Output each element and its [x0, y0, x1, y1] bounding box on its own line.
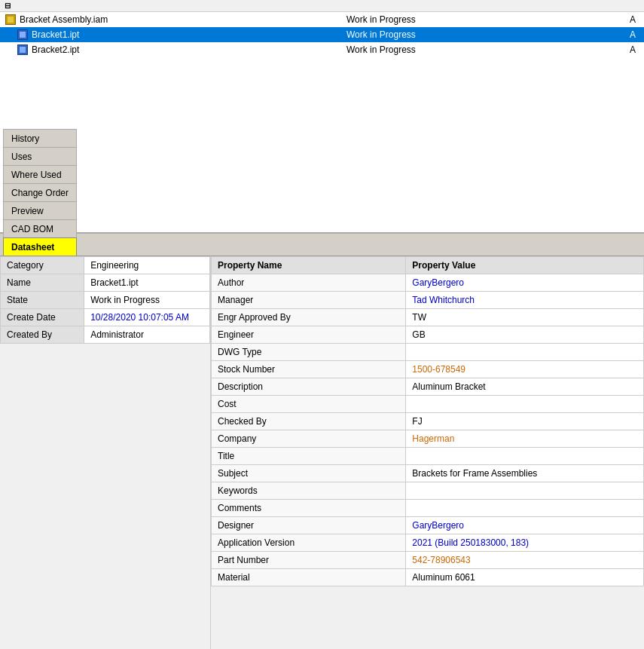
- properties-table: Category Engineering Name Bracket1.ipt S…: [0, 256, 210, 344]
- datasheet-prop-name: Designer: [212, 517, 406, 534]
- tree-row-status: Work in Progress: [346, 14, 621, 25]
- datasheet-prop-name: Part Number: [212, 552, 406, 569]
- tree-row-status: Work in Progress: [346, 29, 621, 40]
- tab-preview[interactable]: Preview: [3, 201, 77, 219]
- datasheet-row: Application Version 2021 (Build 25018300…: [212, 534, 644, 552]
- datasheet-prop-name: Engineer: [212, 326, 406, 344]
- prop-value: Bracket1.ipt: [84, 274, 210, 292]
- prop-key: Name: [1, 274, 84, 292]
- prop-key: Create Date: [1, 309, 84, 326]
- tree-row-status: Work in Progress: [346, 44, 621, 55]
- datasheet-header-row: Property NameProperty Value: [212, 257, 644, 274]
- datasheet-prop-name: Comments: [212, 500, 406, 517]
- datasheet-prop-value: [406, 482, 644, 500]
- datasheet-prop-value: Tad Whitchurch: [406, 292, 644, 309]
- datasheet-prop-name: Checked By: [212, 413, 406, 430]
- datasheet-prop-name: Application Version: [212, 534, 406, 552]
- file-tree-area: ⊟ Bracket Assembly.iam Work in Progress …: [0, 0, 644, 234]
- datasheet-prop-value: GaryBergero: [406, 274, 644, 292]
- datasheet-prop-name: Keywords: [212, 482, 406, 500]
- datasheet-prop-value: [406, 448, 644, 465]
- tree-row-rev: A: [621, 29, 644, 40]
- datasheet-row: Subject Brackets for Frame Assemblies: [212, 465, 644, 482]
- tree-rows: Bracket Assembly.iam Work in Progress A …: [0, 12, 644, 57]
- prop-key: Category: [1, 257, 84, 274]
- datasheet-row: Author GaryBergero: [212, 274, 644, 292]
- prop-key: Created By: [1, 326, 84, 344]
- tab-datasheet[interactable]: Datasheet: [3, 237, 77, 256]
- tab-cad-bom[interactable]: CAD BOM: [3, 219, 77, 237]
- datasheet-row: Checked By FJ: [212, 413, 644, 430]
- datasheet-prop-value: 2021 (Build 250183000, 183): [406, 534, 644, 552]
- datasheet-prop-value: GaryBergero: [406, 517, 644, 534]
- left-prop-row: Name Bracket1.ipt: [1, 274, 210, 292]
- datasheet-prop-name: DWG Type: [212, 344, 406, 361]
- datasheet-prop-value: TW: [406, 309, 644, 326]
- prop-key: State: [1, 292, 84, 309]
- datasheet-prop-value: 542-78906543: [406, 552, 644, 569]
- datasheet-row: DWG Type: [212, 344, 644, 361]
- datasheet-prop-value: [406, 344, 644, 361]
- tab-uses[interactable]: Uses: [3, 147, 77, 165]
- datasheet-prop-name: Author: [212, 274, 406, 292]
- bottom-panel: Category Engineering Name Bracket1.ipt S…: [0, 256, 644, 649]
- tree-row-name: Bracket2.ipt: [32, 44, 79, 55]
- datasheet-prop-value: [406, 500, 644, 517]
- tree-row-rev: A: [621, 14, 644, 25]
- tree-row-name: Bracket1.ipt: [32, 29, 79, 40]
- datasheet-prop-name: Cost: [212, 396, 406, 413]
- prop-value: Administrator: [84, 326, 210, 344]
- tab-change-order[interactable]: Change Order: [3, 183, 77, 201]
- datasheet-prop-value: Hagerman: [406, 430, 644, 448]
- tabs-container: HistoryUsesWhere UsedChange OrderPreview…: [3, 129, 78, 256]
- datasheet-row: Title: [212, 448, 644, 465]
- datasheet-row: Engineer GB: [212, 326, 644, 344]
- datasheet-prop-name: Company: [212, 430, 406, 448]
- datasheet-prop-value: 1500-678549: [406, 361, 644, 378]
- datasheet-col-header: Property Name: [212, 257, 406, 274]
- left-prop-row: Created By Administrator: [1, 326, 210, 344]
- tabs-bar: HistoryUsesWhere UsedChange OrderPreview…: [0, 234, 644, 256]
- datasheet-prop-value: Aluminum 6061: [406, 569, 644, 586]
- datasheet-col-header: Property Value: [406, 257, 644, 274]
- tree-row[interactable]: Bracket1.ipt Work in Progress A: [0, 27, 644, 42]
- left-prop-row: Create Date 10/28/2020 10:07:05 AM: [1, 309, 210, 326]
- left-prop-row: State Work in Progress: [1, 292, 210, 309]
- datasheet-prop-name: Description: [212, 378, 406, 396]
- prop-value: Work in Progress: [84, 292, 210, 309]
- datasheet-row: Company Hagerman: [212, 430, 644, 448]
- tab-history[interactable]: History: [3, 129, 77, 147]
- tree-row[interactable]: Bracket2.ipt Work in Progress A: [0, 42, 644, 57]
- datasheet-prop-name: Material: [212, 569, 406, 586]
- datasheet-prop-name: Title: [212, 448, 406, 465]
- prop-value: Engineering: [84, 257, 210, 274]
- prop-value: 10/28/2020 10:07:05 AM: [84, 309, 210, 326]
- datasheet-row: Description Aluminum Bracket: [212, 378, 644, 396]
- datasheet-prop-name: Stock Number: [212, 361, 406, 378]
- datasheet-row: Manager Tad Whitchurch: [212, 292, 644, 309]
- datasheet-prop-value: [406, 396, 644, 413]
- datasheet-prop-name: Manager: [212, 292, 406, 309]
- datasheet-row: Engr Approved By TW: [212, 309, 644, 326]
- datasheet-row: Stock Number 1500-678549: [212, 361, 644, 378]
- tab-where-used[interactable]: Where Used: [3, 165, 77, 183]
- assembly-icon: [5, 14, 17, 26]
- datasheet-prop-name: Engr Approved By: [212, 309, 406, 326]
- tree-row-name: Bracket Assembly.iam: [20, 14, 108, 25]
- datasheet-prop-value: Brackets for Frame Assemblies: [406, 465, 644, 482]
- datasheet-row: Comments: [212, 500, 644, 517]
- tree-row[interactable]: Bracket Assembly.iam Work in Progress A: [0, 12, 644, 27]
- collapse-icon[interactable]: ⊟: [5, 2, 11, 10]
- file-tree-header: ⊟: [0, 0, 644, 12]
- left-prop-row: Category Engineering: [1, 257, 210, 274]
- left-panel: Category Engineering Name Bracket1.ipt S…: [0, 256, 211, 649]
- datasheet-prop-value: FJ: [406, 413, 644, 430]
- datasheet-row: Cost: [212, 396, 644, 413]
- datasheet-prop-name: Subject: [212, 465, 406, 482]
- datasheet-row: Designer GaryBergero: [212, 517, 644, 534]
- datasheet-row: Material Aluminum 6061: [212, 569, 644, 586]
- datasheet-row: Keywords: [212, 482, 644, 500]
- right-panel: Property NameProperty Value Author GaryB…: [211, 256, 644, 649]
- part-icon: [17, 29, 29, 41]
- datasheet-row: Part Number 542-78906543: [212, 552, 644, 569]
